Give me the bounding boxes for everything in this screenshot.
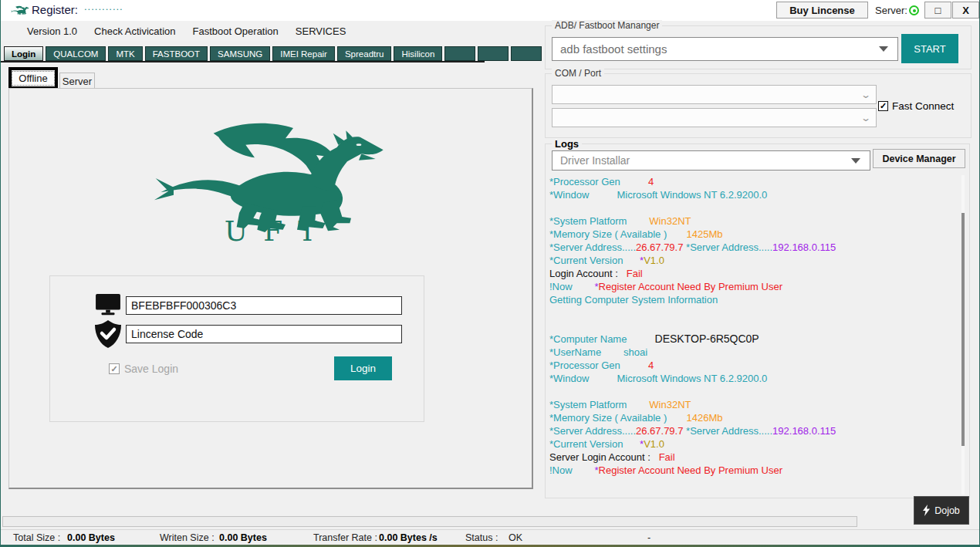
log-line bbox=[549, 385, 958, 398]
log-line: *UserName shoai bbox=[549, 346, 958, 359]
hwid-input[interactable] bbox=[126, 296, 402, 315]
maximize-button[interactable]: □ bbox=[924, 2, 951, 19]
log-line: !Now *Register Account Need By Premium U… bbox=[549, 280, 958, 293]
adb-settings-value: adb fastboot settings bbox=[553, 42, 879, 56]
save-login-label: Save Login bbox=[124, 363, 178, 375]
dropdown-arrow-icon bbox=[851, 158, 860, 164]
log-line: *Computer Name DESKTOP-6R5QC0P bbox=[549, 333, 958, 346]
fast-connect-checkmark-icon: ✓ bbox=[878, 101, 888, 111]
logs-group: Logs Driver Installar Device Manager *Pr… bbox=[545, 144, 970, 498]
tab-offline-label: Offline bbox=[12, 71, 55, 86]
com-port-group: COM / Port ⌄ ⌄ ✓ Fast Connect bbox=[545, 73, 972, 138]
dropdown-arrow-icon bbox=[879, 46, 888, 52]
menu-bar: Version 1.0Check ActivicationFastboot Op… bbox=[1, 21, 319, 41]
transfer-rate-label: Transfer Rate : bbox=[313, 532, 377, 543]
log-scrollbar-thumb[interactable] bbox=[961, 213, 965, 446]
status-label: Status : bbox=[465, 532, 498, 543]
adb-group-legend: ADB/ Fastboot Mananger bbox=[552, 20, 662, 31]
menu-item-fastboot-operation[interactable]: Fastboot Operation bbox=[193, 25, 279, 37]
written-size-label: Writen Size : bbox=[160, 532, 215, 543]
device-manager-button[interactable]: Device Manager bbox=[873, 149, 965, 168]
app-window: Register: ........... Buy Lincense Serve… bbox=[0, 0, 980, 547]
log-line: *Server Address.....26.67.79.7 *Server A… bbox=[549, 424, 958, 437]
server-online-indicator-icon bbox=[909, 5, 919, 15]
menu-item-services[interactable]: SERVICES bbox=[296, 25, 346, 37]
tab-samsung[interactable]: SAMSUNG bbox=[210, 46, 270, 61]
start-button[interactable]: START bbox=[901, 34, 958, 63]
main-tab-strip: LoginQUALCOMMTKFASTBOOTSAMSUNGIMEI Repai… bbox=[4, 46, 542, 61]
buy-license-button[interactable]: Buy Lincense bbox=[776, 2, 868, 19]
log-line: *Processor Gen 4 bbox=[549, 175, 958, 188]
tab-server[interactable]: Server bbox=[59, 73, 95, 89]
log-line: Getting Computer System Information bbox=[549, 293, 958, 306]
log-line: Login Account : Fail bbox=[549, 267, 958, 280]
log-line: *Processor Gen 4 bbox=[549, 359, 958, 372]
log-line: *Window Microsoft Windows NT 6.2.9200.0 bbox=[549, 372, 958, 385]
tab-blank[interactable] bbox=[478, 46, 509, 61]
log-line: *Memory Size ( Available ) 1426Mb bbox=[549, 411, 958, 424]
title-bar: Register: ........... Buy Lincense Serve… bbox=[1, 0, 979, 21]
license-code-input[interactable] bbox=[126, 325, 402, 343]
log-line: *Current Version *V1.0 bbox=[549, 254, 958, 267]
tab-blank[interactable] bbox=[444, 46, 475, 61]
logs-legend: Logs bbox=[552, 138, 582, 150]
progress-bar bbox=[2, 516, 857, 527]
close-button[interactable]: X bbox=[952, 2, 979, 19]
total-size-value: 0.00 Bytes bbox=[67, 532, 115, 543]
login-button[interactable]: Login bbox=[334, 356, 392, 380]
log-line: *Memory Size ( Available ) 1425Mb bbox=[549, 228, 958, 241]
save-login-checkbox[interactable]: ✓ Save Login bbox=[109, 363, 178, 375]
log-line: *Current Version *V1.0 bbox=[549, 437, 958, 451]
log-line: *System Platform Win32NT bbox=[549, 214, 958, 228]
written-size-value: 0.00 Bytes bbox=[219, 532, 267, 543]
tab-login[interactable]: Login bbox=[4, 46, 43, 61]
log-line bbox=[549, 319, 958, 333]
log-line: *Server Address.....26.67.79.7 *Server A… bbox=[549, 241, 958, 254]
uft-logo-text: UFT bbox=[9, 215, 532, 247]
log-line bbox=[549, 306, 958, 319]
adb-fastboot-group: ADB/ Fastboot Mananger adb fastboot sett… bbox=[545, 25, 972, 69]
menu-items: Version 1.0Check ActivicationFastboot Op… bbox=[27, 25, 363, 37]
shield-check-icon bbox=[93, 319, 123, 349]
driver-installer-dropdown[interactable]: Driver Installar bbox=[552, 150, 870, 171]
adb-settings-dropdown[interactable]: adb fastboot settings bbox=[552, 37, 898, 61]
com-port-dropdown-1[interactable]: ⌄ bbox=[552, 85, 877, 104]
login-panel: UFT ✓ Save Login Login bbox=[8, 88, 533, 489]
log-line: Server Login Account : Fail bbox=[549, 451, 958, 464]
tab-mtk[interactable]: MTK bbox=[108, 46, 142, 61]
tab-offline[interactable]: Offline bbox=[8, 67, 58, 89]
driver-installer-value: Driver Installar bbox=[553, 154, 851, 167]
total-size-label: Total Size : bbox=[13, 532, 60, 543]
window-title: Register: bbox=[32, 3, 78, 16]
computer-monitor-icon bbox=[93, 293, 123, 316]
fast-connect-label: Fast Connect bbox=[892, 100, 954, 112]
status-value: OK bbox=[509, 532, 522, 543]
login-form-box: ✓ Save Login Login bbox=[49, 275, 424, 422]
lightning-bolt-icon bbox=[923, 505, 930, 516]
tab-hisilicon[interactable]: Hisilicon bbox=[394, 46, 442, 61]
status-dash: - bbox=[647, 532, 651, 543]
save-login-checkmark-icon: ✓ bbox=[109, 363, 120, 374]
chevron-down-icon: ⌄ bbox=[860, 89, 871, 100]
transfer-rate-value: 0.00 Bytes /s bbox=[379, 532, 438, 543]
log-line: *System Platform Win32NT bbox=[549, 398, 958, 411]
tab-imei-repair[interactable]: IMEI Repair bbox=[272, 46, 335, 61]
dojob-label: Dojob bbox=[934, 505, 960, 516]
menu-item-check-activication[interactable]: Check Activication bbox=[94, 25, 176, 37]
tab-blank[interactable] bbox=[511, 46, 542, 61]
status-bar: Total Size : 0.00 Bytes Writen Size : 0.… bbox=[1, 529, 979, 545]
com-port-dropdown-2[interactable]: ⌄ bbox=[552, 108, 877, 127]
dojob-button[interactable]: Dojob bbox=[914, 496, 969, 525]
menu-item-version-1-0[interactable]: Version 1.0 bbox=[27, 25, 77, 37]
log-line: !Now *Register Account Need By Premium U… bbox=[549, 464, 958, 477]
app-dragon-icon bbox=[11, 2, 29, 18]
log-line: *Window Microsoft Windows NT 6.2.9200.0 bbox=[549, 188, 958, 201]
log-line bbox=[549, 201, 958, 214]
tab-underline bbox=[1, 61, 485, 62]
log-output: *Processor Gen 4*Window Microsoft Window… bbox=[549, 175, 958, 477]
tab-spreadtru[interactable]: Spreadtru bbox=[337, 46, 392, 61]
title-dots: ........... bbox=[84, 1, 123, 12]
tab-fastboot[interactable]: FASTBOOT bbox=[145, 46, 208, 61]
fast-connect-checkbox[interactable]: ✓ Fast Connect bbox=[878, 100, 954, 112]
tab-qualcom[interactable]: QUALCOM bbox=[46, 46, 106, 61]
